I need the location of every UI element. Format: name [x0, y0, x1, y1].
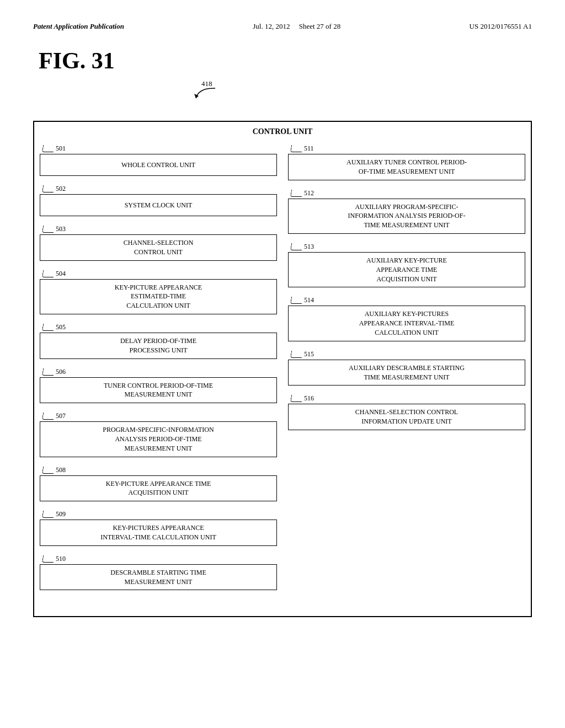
- ref-label-509: 509: [42, 510, 277, 518]
- ref-label-501: 501: [42, 144, 277, 153]
- ref-label-507: 507: [42, 412, 277, 420]
- figure-title: FIG. 31: [39, 47, 532, 74]
- unit-box-503: CHANNEL-SELECTIONCONTROL UNIT: [40, 234, 277, 261]
- ref-label-510: 510: [42, 555, 277, 563]
- outer-control-unit-box: CONTROL UNIT 501WHOLE CONTROL UNIT502SYS…: [33, 121, 532, 617]
- ref-label-505: 505: [42, 323, 277, 331]
- left-unit-507: 507PROGRAM-SPECIFIC-INFORMATIONANALYSIS …: [40, 412, 277, 457]
- unit-box-512: AUXILIARY PROGRAM-SPECIFIC-INFORMATION A…: [288, 199, 525, 234]
- unit-box-510: DESCRAMBLE STARTING TIMEMEASUREMENT UNIT: [40, 564, 277, 591]
- unit-box-506: TUNER CONTROL PERIOD-OF-TIMEMEASUREMENT …: [40, 377, 277, 404]
- header-date: Jul. 12, 2012 Sheet 27 of 28: [253, 22, 340, 31]
- unit-box-505: DELAY PERIOD-OF-TIMEPROCESSING UNIT: [40, 333, 277, 359]
- unit-box-511: AUXILIARY TUNER CONTROL PERIOD-OF-TIME M…: [288, 154, 525, 180]
- unit-box-515: AUXILIARY DESCRAMBLE STARTINGTIME MEASUR…: [288, 360, 525, 386]
- right-unit-513: 513AUXILIARY KEY-PICTUREAPPEARANCE TIMEA…: [288, 243, 525, 287]
- ref-label-514: 514: [291, 296, 525, 304]
- unit-box-508: KEY-PICTURE APPEARANCE TIMEACQUISITION U…: [40, 475, 277, 502]
- left-unit-508: 508KEY-PICTURE APPEARANCE TIMEACQUISITIO…: [40, 466, 277, 502]
- right-unit-514: 514AUXILIARY KEY-PICTURESAPPEARANCE INTE…: [288, 296, 525, 341]
- ref-label-506: 506: [42, 368, 277, 376]
- page: Patent Application Publication Jul. 12, …: [0, 0, 565, 728]
- unit-box-501: WHOLE CONTROL UNIT: [40, 154, 277, 176]
- right-column: 511AUXILIARY TUNER CONTROL PERIOD-OF-TIM…: [288, 144, 525, 595]
- ref-label-512: 512: [291, 189, 525, 197]
- left-unit-503: 503CHANNEL-SELECTIONCONTROL UNIT: [40, 225, 277, 261]
- ref-label-515: 515: [291, 350, 525, 358]
- ref-label-508: 508: [42, 466, 277, 474]
- left-unit-502: 502SYSTEM CLOCK UNIT: [40, 185, 277, 216]
- left-column: 501WHOLE CONTROL UNIT502SYSTEM CLOCK UNI…: [40, 144, 277, 595]
- header: Patent Application Publication Jul. 12, …: [33, 22, 532, 31]
- ref-label-513: 513: [291, 243, 525, 251]
- unit-box-507: PROGRAM-SPECIFIC-INFORMATIONANALYSIS PER…: [40, 421, 277, 457]
- left-unit-510: 510DESCRAMBLE STARTING TIMEMEASUREMENT U…: [40, 555, 277, 591]
- ref-418-area: 418: [33, 79, 532, 101]
- unit-box-502: SYSTEM CLOCK UNIT: [40, 194, 277, 216]
- left-unit-504: 504KEY-PICTURE APPEARANCEESTIMATED-TIMEC…: [40, 270, 277, 314]
- right-unit-512: 512AUXILIARY PROGRAM-SPECIFIC-INFORMATIO…: [288, 189, 525, 234]
- left-unit-509: 509KEY-PICTURES APPEARANCEINTERVAL-TIME …: [40, 510, 277, 546]
- ref-label-502: 502: [42, 185, 277, 193]
- left-unit-505: 505DELAY PERIOD-OF-TIMEPROCESSING UNIT: [40, 323, 277, 359]
- unit-box-509: KEY-PICTURES APPEARANCEINTERVAL-TIME CAL…: [40, 520, 277, 546]
- unit-box-513: AUXILIARY KEY-PICTUREAPPEARANCE TIMEACQU…: [288, 252, 525, 287]
- ref-label-516: 516: [291, 394, 525, 403]
- right-unit-516: 516CHANNEL-SELECTION CONTROLINFORMATION …: [288, 394, 525, 430]
- ref-label-503: 503: [42, 225, 277, 233]
- unit-box-516: CHANNEL-SELECTION CONTROLINFORMATION UPD…: [288, 404, 525, 430]
- ref-418-arrow: [193, 87, 226, 101]
- left-unit-506: 506TUNER CONTROL PERIOD-OF-TIMEMEASUREME…: [40, 368, 277, 404]
- right-unit-511: 511AUXILIARY TUNER CONTROL PERIOD-OF-TIM…: [288, 144, 525, 180]
- left-unit-501: 501WHOLE CONTROL UNIT: [40, 144, 277, 176]
- header-right: US 2012/0176551 A1: [470, 22, 532, 31]
- right-unit-515: 515AUXILIARY DESCRAMBLE STARTINGTIME MEA…: [288, 350, 525, 386]
- ref-label-504: 504: [42, 270, 277, 278]
- unit-box-504: KEY-PICTURE APPEARANCEESTIMATED-TIMECALC…: [40, 279, 277, 314]
- diagram-area: 418 CONTROL UNIT 501WHOLE CONTROL UNIT50…: [33, 79, 532, 617]
- inner-columns: 501WHOLE CONTROL UNIT502SYSTEM CLOCK UNI…: [40, 144, 525, 595]
- unit-box-514: AUXILIARY KEY-PICTURESAPPEARANCE INTERVA…: [288, 306, 525, 341]
- control-unit-label: CONTROL UNIT: [40, 127, 525, 136]
- ref-label-511: 511: [291, 144, 525, 153]
- header-left: Patent Application Publication: [33, 22, 124, 31]
